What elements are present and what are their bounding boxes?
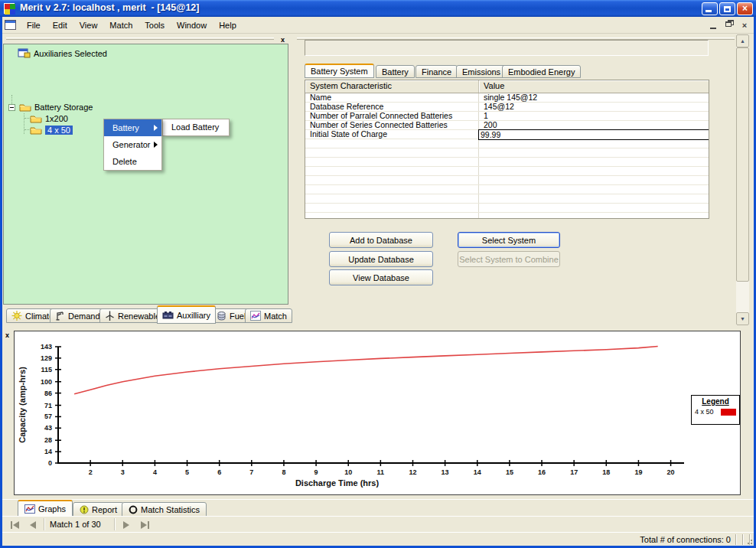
menu-help[interactable]: Help xyxy=(213,18,243,32)
detail-header-field[interactable] xyxy=(305,40,709,56)
left-panel-gripper[interactable] xyxy=(6,38,274,40)
table-row[interactable]: Name single 145@12 xyxy=(305,93,709,103)
title-bar: Merit v 2.7: localhost , merit - [145@12… xyxy=(0,0,756,17)
table-row[interactable]: Number of Parralel Connected Batteries 1 xyxy=(305,112,709,121)
tree-item-1x200[interactable]: 1x200 xyxy=(30,113,68,124)
chart-legend: Legend 4 x 50 xyxy=(691,395,740,425)
svg-text:18: 18 xyxy=(602,468,610,476)
divider xyxy=(44,518,45,530)
minimize-button[interactable] xyxy=(702,2,718,15)
match-counter: Match 1 of 30 xyxy=(50,520,101,529)
graph-tab-strip: Graphs Report Match Statistics xyxy=(2,499,754,516)
table-row[interactable]: Initial State of Charge xyxy=(305,130,709,139)
tab-embodied-energy[interactable]: Embodied Energy xyxy=(502,65,581,78)
tab-graphs[interactable]: Graphs xyxy=(18,500,73,517)
window-title: Merit v 2.7: localhost , merit - [145@12… xyxy=(20,2,200,13)
add-to-database-button[interactable]: Add to Database xyxy=(329,232,433,248)
tab-report[interactable]: Report xyxy=(73,502,124,517)
svg-text:115: 115 xyxy=(41,366,52,373)
svg-text:71: 71 xyxy=(44,402,52,409)
scrollbar-thumb[interactable] xyxy=(736,47,749,282)
context-menu: Battery Generator Delete xyxy=(103,119,162,171)
tab-demand[interactable]: Demand xyxy=(50,308,106,323)
capacity-chart: 0142843577186100115129143234567891011121… xyxy=(15,331,740,494)
fuel-icon xyxy=(217,311,226,321)
context-menu-item-generator[interactable]: Generator xyxy=(104,136,161,153)
initial-state-of-charge-input[interactable] xyxy=(478,129,709,140)
menu-tools[interactable]: Tools xyxy=(138,18,171,32)
systems-icon xyxy=(18,48,31,58)
svg-text:43: 43 xyxy=(44,424,52,432)
menu-edit[interactable]: Edit xyxy=(47,18,73,32)
select-system-button[interactable]: Select System xyxy=(458,232,560,248)
last-match-button[interactable] xyxy=(137,518,152,531)
mdi-restore-button[interactable] xyxy=(723,20,735,31)
tab-battery[interactable]: Battery xyxy=(376,65,415,78)
detail-table-empty-rows xyxy=(305,139,709,219)
menu-match[interactable]: Match xyxy=(103,18,138,32)
detail-scrollbar[interactable]: ▲ ▼ xyxy=(736,34,749,325)
svg-text:100: 100 xyxy=(41,378,52,386)
context-menu-item-battery[interactable]: Battery xyxy=(104,119,161,136)
divider xyxy=(735,534,737,545)
tab-auxilliary[interactable]: Auxilliary xyxy=(157,305,216,324)
svg-text:11: 11 xyxy=(377,468,385,476)
table-empty-row xyxy=(305,148,709,158)
menu-window[interactable]: Window xyxy=(171,18,213,32)
svg-text:6: 6 xyxy=(217,468,221,476)
table-empty-row xyxy=(305,213,709,219)
tree-item-4x50[interactable]: 4 x 50 xyxy=(30,124,73,135)
connections-status: Total # of connections: 0 xyxy=(640,535,731,544)
app-window: Merit v 2.7: localhost , merit - [145@12… xyxy=(0,0,756,548)
scroll-down-icon[interactable]: ▼ xyxy=(736,312,749,325)
selection-tree: Auxiliaries Selected Battery Storage 1x2… xyxy=(3,44,288,305)
svg-text:7: 7 xyxy=(249,468,253,476)
context-menu-item-load-battery[interactable]: Load Battery xyxy=(163,119,229,135)
column-header[interactable]: System Characteristic xyxy=(305,80,479,93)
submenu-arrow-icon xyxy=(154,125,158,131)
tree-expander-minus[interactable] xyxy=(8,104,15,111)
match-navigator: Match 1 of 30 xyxy=(2,516,754,532)
tree-item-auxiliaries-selected[interactable]: Auxiliaries Selected xyxy=(18,47,107,59)
tab-emissions[interactable]: Emissions xyxy=(456,65,507,78)
svg-text:17: 17 xyxy=(570,468,578,476)
resize-grip[interactable] xyxy=(744,536,753,545)
svg-text:143: 143 xyxy=(41,343,52,351)
crane-icon xyxy=(55,311,65,321)
mdi-minimize-button[interactable] xyxy=(708,20,720,31)
menu-view[interactable]: View xyxy=(73,18,104,32)
tab-match[interactable]: Match xyxy=(245,308,292,323)
chart-icon xyxy=(250,311,261,321)
tab-finance[interactable]: Finance xyxy=(415,65,458,78)
mdi-close-button[interactable]: × xyxy=(738,20,751,31)
column-header[interactable]: Value xyxy=(479,80,709,93)
system-characteristics-table: System Characteristic Value Name single … xyxy=(305,80,709,219)
tree-item-battery-storage[interactable]: Battery Storage xyxy=(19,101,93,113)
tab-renewable[interactable]: Renewable xyxy=(99,308,165,323)
svg-text:8: 8 xyxy=(282,468,285,476)
select-system-to-combine-button[interactable]: Select System to Combine xyxy=(458,251,560,267)
table-empty-row xyxy=(305,139,709,148)
first-match-button[interactable] xyxy=(7,518,22,531)
mdi-child-icon[interactable] xyxy=(5,20,16,30)
previous-match-button[interactable] xyxy=(25,518,41,531)
context-menu-item-delete[interactable]: Delete xyxy=(104,153,161,170)
svg-text:129: 129 xyxy=(41,354,52,362)
svg-text:14: 14 xyxy=(474,468,481,476)
next-match-button[interactable] xyxy=(119,518,134,531)
table-row[interactable]: Database Reference 145@12 xyxy=(305,103,709,112)
update-database-button[interactable]: Update Database xyxy=(329,251,433,267)
chart-panel-close-icon[interactable]: x xyxy=(2,331,12,341)
legend-entry-label: 4 x 50 xyxy=(695,408,714,416)
maximize-button[interactable] xyxy=(719,2,735,15)
scroll-up-icon[interactable]: ▲ xyxy=(736,34,749,47)
graphs-icon xyxy=(24,504,35,514)
menu-file[interactable]: File xyxy=(21,18,47,32)
svg-text:16: 16 xyxy=(538,468,546,476)
svg-text:3: 3 xyxy=(121,468,125,476)
tab-match-statistics[interactable]: Match Statistics xyxy=(122,502,207,517)
tab-battery-system[interactable]: Battery System xyxy=(305,64,374,78)
close-button[interactable]: × xyxy=(737,2,753,15)
view-database-button[interactable]: View Database xyxy=(329,269,433,285)
sun-icon xyxy=(11,311,22,321)
